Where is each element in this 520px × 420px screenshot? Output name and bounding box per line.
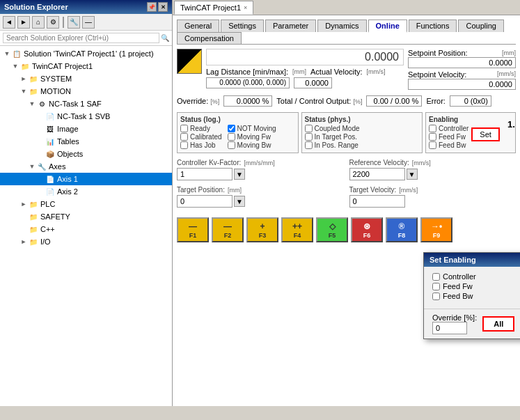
lag-value: 0.0000 (0.000, 0.000) [206, 77, 290, 88]
tab-close-icon[interactable]: × [244, 4, 247, 11]
dialog-feed-fw-checkbox[interactable] [432, 283, 440, 290]
search-icon: 🔍 [161, 34, 169, 42]
search-input[interactable] [3, 33, 159, 43]
close-btn[interactable]: ✕ [158, 2, 168, 12]
ref-vel-down-arrow[interactable]: ▼ [407, 169, 418, 180]
lag-label: Lag Distance [min/max]: [206, 68, 288, 76]
dialog-controller-checkbox[interactable] [432, 273, 440, 281]
axis-tab-functions[interactable]: Functions [409, 20, 457, 32]
axis-tab-dynamics[interactable]: Dynamics [317, 20, 366, 32]
fkey-f2-button[interactable]: —F2 [212, 217, 244, 242]
status-phys-title: Status (phys.) [305, 116, 420, 123]
tree-item-safety[interactable]: 📁SAFETY [0, 210, 172, 223]
tree-toggle-project[interactable]: ▼ [11, 63, 19, 70]
tree-item-cpp[interactable]: 📁C++ [0, 223, 172, 235]
tree-toggle-system[interactable]: ► [19, 75, 28, 82]
tree-label-io: I/O [40, 238, 51, 246]
tree-toggle-axes[interactable]: ▼ [28, 163, 36, 170]
tree-icon-project: 📁 [19, 61, 31, 72]
fkey-f6-button[interactable]: ⊛F6 [351, 217, 383, 242]
dialog-lower: Override [%]: All 2. [424, 309, 520, 339]
tree-label-solution: Solution 'TwinCAT Project1' (1 project) [24, 49, 154, 58]
tree-toggle-motion[interactable]: ▼ [19, 88, 28, 95]
fkey-f5-button[interactable]: ◇F5 [316, 217, 348, 242]
tree-label-project: TwinCAT Project1 [32, 62, 93, 70]
fkey-f4-button[interactable]: ++F4 [281, 217, 313, 242]
minus-btn[interactable]: — [82, 16, 95, 29]
solution-explorer-panel: Solution Explorer 📌 ✕ ◄ ► ⌂ ⚙ 🔧 — 🔍 ▼📋So… [0, 0, 173, 406]
home-btn[interactable]: ⌂ [32, 16, 45, 29]
tree-item-io[interactable]: ►📁I/O [0, 235, 172, 248]
set-enabling-button[interactable]: Set [471, 127, 500, 141]
tree-item-axis2[interactable]: 📄Axis 2 [0, 185, 172, 198]
kv-down-arrow[interactable]: ▼ [234, 169, 245, 180]
tree-item-solution[interactable]: ▼📋Solution 'TwinCAT Project1' (1 project… [0, 47, 172, 60]
enabling-feed-bw-checkbox[interactable] [429, 141, 436, 149]
f6-icon: ⊛ [363, 221, 370, 231]
tree-toggle-plc[interactable]: ► [19, 201, 28, 208]
fkey-f8-button[interactable]: ®F8 [386, 217, 418, 242]
tree-item-nc_task_saf[interactable]: ▼⚙NC-Task 1 SAF [0, 98, 172, 110]
axis-tab-general[interactable]: General [177, 20, 219, 32]
kv-label: Controller Kv-Factor: [177, 159, 241, 166]
moving-fw-checkbox[interactable] [228, 133, 235, 141]
override-value: 0.0000 % [223, 95, 272, 107]
enabling-feed-fw-checkbox[interactable] [429, 133, 436, 141]
ready-checkbox[interactable] [180, 125, 188, 132]
tree-item-nc_task_svb[interactable]: 📄NC-Task 1 SVB [0, 110, 172, 123]
tree-icon-tables: 📊 [45, 136, 56, 147]
tree-item-system[interactable]: ►📁SYSTEM [0, 72, 172, 85]
axis-flag-icon [177, 49, 202, 74]
tree-item-plc[interactable]: ►📁PLC [0, 198, 172, 210]
tree-item-objects[interactable]: 📦Objects [0, 148, 172, 160]
project-tab[interactable]: TwinCAT Project1 × [174, 1, 253, 15]
kv-value-input[interactable] [177, 168, 233, 180]
target-pos-down-arrow[interactable]: ▼ [234, 196, 245, 207]
not-moving-checkbox[interactable] [228, 125, 235, 132]
tree-icon-motion: 📁 [28, 86, 39, 97]
in-target-pos-checkbox[interactable] [305, 133, 313, 141]
target-pos-label: Target Position: [177, 186, 225, 194]
tree-item-axis1[interactable]: 📄Axis 1 [0, 173, 172, 185]
tree-item-motion[interactable]: ▼📁MOTION [0, 85, 172, 98]
target-vel-input[interactable] [349, 195, 405, 208]
moving-bw-checkbox[interactable] [228, 141, 235, 149]
dialog-title-bar: Set Enabling ✕ [424, 253, 520, 267]
axis-tab-online[interactable]: Online [368, 20, 407, 33]
coupled-mode-checkbox[interactable] [305, 125, 313, 132]
dialog-all-button[interactable]: All [482, 316, 514, 332]
fkey-f1-button[interactable]: —F1 [177, 217, 209, 242]
tree-toggle-solution[interactable]: ▼ [3, 50, 11, 57]
fkey-f9-button[interactable]: →•F9 [420, 217, 452, 242]
axis-tab-coupling[interactable]: Coupling [458, 20, 503, 32]
dialog-override-input[interactable] [432, 322, 467, 334]
tree-item-tables[interactable]: 📊Tables [0, 135, 172, 148]
pin-btn[interactable]: 📌 [147, 2, 157, 12]
tree-item-axes[interactable]: ▼🔧Axes [0, 160, 172, 173]
tree-icon-axis2: 📄 [45, 186, 56, 197]
target-pos-group: Target Position: [mm] ▼ [177, 186, 344, 208]
f8-label: F8 [398, 232, 406, 239]
tree-item-project[interactable]: ▼📁TwinCAT Project1 [0, 60, 172, 72]
total-value: 0.00 / 0.00 % [366, 95, 422, 107]
target-pos-input[interactable] [177, 195, 233, 208]
axis-tab-compensation[interactable]: Compensation [177, 32, 242, 44]
annotation-1: 1. [507, 119, 515, 130]
has-job-checkbox[interactable] [180, 141, 188, 149]
spanner-btn[interactable]: 🔧 [68, 16, 80, 29]
axis-tab-settings[interactable]: Settings [221, 20, 264, 32]
calibrated-checkbox[interactable] [180, 133, 188, 141]
in-pos-range-checkbox[interactable] [305, 141, 313, 149]
tree-toggle-io[interactable]: ► [19, 238, 28, 245]
back-btn[interactable]: ◄ [3, 16, 15, 29]
enabling-controller-checkbox[interactable] [429, 125, 436, 132]
fkey-f3-button[interactable]: +F3 [246, 217, 278, 242]
forward-btn[interactable]: ► [17, 16, 30, 29]
settings-btn[interactable]: ⚙ [47, 16, 59, 29]
ref-vel-input[interactable] [349, 168, 405, 180]
axis-tab-parameter[interactable]: Parameter [265, 20, 316, 32]
dialog-feed-bw-checkbox[interactable] [432, 293, 440, 300]
tree-item-image[interactable]: 🖼Image [0, 123, 172, 135]
big-value-display: 0.0000 [206, 49, 404, 65]
tree-toggle-nc_task_saf[interactable]: ▼ [28, 100, 36, 107]
